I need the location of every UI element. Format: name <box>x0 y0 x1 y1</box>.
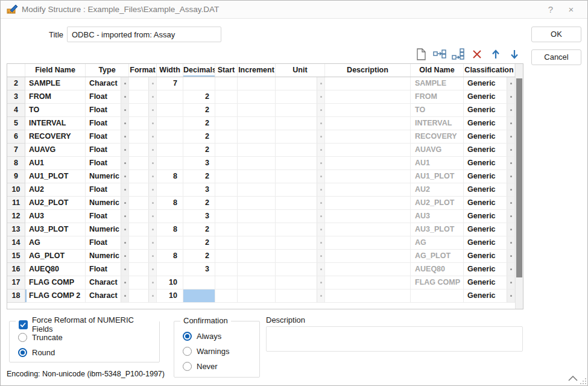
row-number[interactable]: 15 <box>7 250 25 263</box>
header-width[interactable]: Width <box>157 64 183 77</box>
cell-description[interactable] <box>325 157 411 170</box>
header-field-name[interactable]: Field Name <box>25 64 86 77</box>
header-description[interactable]: Description <box>325 64 411 77</box>
row-number[interactable]: 5 <box>7 117 25 130</box>
cell-width[interactable] <box>157 263 183 276</box>
cell-decimals[interactable]: 2 <box>183 250 215 263</box>
classification-dropdown-icon[interactable] <box>507 90 514 103</box>
cell-start[interactable] <box>215 263 238 276</box>
type-dropdown-icon[interactable] <box>121 263 128 276</box>
row-number[interactable]: 10 <box>7 183 25 197</box>
cell-format[interactable] <box>129 210 157 223</box>
vertical-scrollbar[interactable] <box>515 64 523 309</box>
cell-decimals[interactable]: 2 <box>183 90 215 104</box>
cell-type[interactable]: Float <box>86 144 129 157</box>
cell-unit[interactable] <box>276 157 325 170</box>
cell-description[interactable] <box>325 290 411 303</box>
type-dropdown-icon[interactable] <box>121 210 128 223</box>
cell-classification[interactable]: Generic <box>464 210 515 223</box>
cell-description[interactable] <box>325 276 411 290</box>
cell-increment[interactable] <box>238 210 276 223</box>
row-number[interactable]: 17 <box>7 276 25 290</box>
cell-field-name[interactable]: AG_PLOT <box>25 250 86 263</box>
cell-format[interactable] <box>129 183 157 197</box>
format-dropdown-icon[interactable] <box>148 263 156 276</box>
cell-classification[interactable]: Generic <box>464 144 515 157</box>
cell-decimals[interactable]: 3 <box>183 263 215 276</box>
cell-classification[interactable]: Generic <box>464 117 515 130</box>
header-increment[interactable]: Increment <box>238 64 276 77</box>
cell-type[interactable]: Float <box>86 90 129 104</box>
cell-start[interactable] <box>215 236 238 250</box>
cell-field-name[interactable]: AUEQ80 <box>25 263 86 276</box>
classification-dropdown-icon[interactable] <box>507 183 514 196</box>
cell-description[interactable] <box>325 250 411 263</box>
cell-increment[interactable] <box>238 77 276 90</box>
cell-increment[interactable] <box>238 90 276 104</box>
cell-unit[interactable] <box>276 250 325 263</box>
cell-type[interactable]: Charact <box>86 276 129 290</box>
format-dropdown-icon[interactable] <box>148 197 156 209</box>
format-dropdown-icon[interactable] <box>148 236 156 249</box>
cell-decimals[interactable] <box>183 290 215 303</box>
classification-dropdown-icon[interactable] <box>507 236 514 249</box>
classification-dropdown-icon[interactable] <box>507 157 514 169</box>
cell-description[interactable] <box>325 77 411 90</box>
cell-description[interactable] <box>325 210 411 223</box>
type-dropdown-icon[interactable] <box>121 290 128 302</box>
row-number[interactable]: 8 <box>7 157 25 170</box>
cell-width[interactable]: 8 <box>157 223 183 236</box>
classification-dropdown-icon[interactable] <box>507 210 514 223</box>
format-dropdown-icon[interactable] <box>148 223 156 236</box>
cell-description[interactable] <box>325 236 411 250</box>
cell-width[interactable] <box>157 157 183 170</box>
classification-dropdown-icon[interactable] <box>507 250 514 262</box>
cell-classification[interactable]: Generic <box>464 263 515 276</box>
cell-unit[interactable] <box>276 210 325 223</box>
cell-start[interactable] <box>215 104 238 117</box>
format-dropdown-icon[interactable] <box>148 77 156 90</box>
unit-dropdown-icon[interactable] <box>317 90 324 103</box>
cell-decimals[interactable]: 3 <box>183 157 215 170</box>
cell-format[interactable] <box>129 170 157 183</box>
cell-decimals[interactable]: 2 <box>183 144 215 157</box>
cell-start[interactable] <box>215 250 238 263</box>
cell-classification[interactable]: Generic <box>464 183 515 197</box>
cell-increment[interactable] <box>238 157 276 170</box>
cell-description[interactable] <box>325 197 411 210</box>
cell-field-name[interactable]: FROM <box>25 90 86 104</box>
cell-width[interactable]: 10 <box>157 290 183 303</box>
cell-decimals[interactable] <box>183 77 215 90</box>
unit-dropdown-icon[interactable] <box>317 250 324 262</box>
cell-classification[interactable]: Generic <box>464 197 515 210</box>
cell-width[interactable] <box>157 236 183 250</box>
row-number[interactable]: 4 <box>7 104 25 117</box>
cell-decimals[interactable]: 3 <box>183 210 215 223</box>
cell-decimals[interactable]: 3 <box>183 183 215 197</box>
cell-description[interactable] <box>325 170 411 183</box>
cell-format[interactable] <box>129 236 157 250</box>
cell-classification[interactable]: Generic <box>464 104 515 117</box>
cell-field-name[interactable]: AU1_PLOT <box>25 170 86 183</box>
help-button[interactable]: ? <box>540 4 561 14</box>
cell-field-name[interactable]: SAMPLE <box>25 77 86 90</box>
header-format[interactable]: Format <box>129 64 157 77</box>
cell-unit[interactable] <box>276 170 325 183</box>
classification-dropdown-icon[interactable] <box>507 197 514 209</box>
cell-classification[interactable]: Generic <box>464 170 515 183</box>
unit-dropdown-icon[interactable] <box>317 77 324 90</box>
cell-type[interactable]: Float <box>86 236 129 250</box>
close-button[interactable]: × <box>561 4 581 14</box>
radio-icon[interactable] <box>18 348 27 357</box>
cell-format[interactable] <box>129 223 157 236</box>
cell-classification[interactable]: Generic <box>464 157 515 170</box>
cell-decimals[interactable]: 2 <box>183 197 215 210</box>
cell-width[interactable] <box>157 183 183 197</box>
format-dropdown-icon[interactable] <box>148 276 156 289</box>
radio-option[interactable]: Warnings <box>177 344 229 359</box>
format-dropdown-icon[interactable] <box>148 183 156 196</box>
delete-field-icon[interactable] <box>470 48 484 61</box>
cell-width[interactable]: 7 <box>157 77 183 90</box>
cell-format[interactable] <box>129 104 157 117</box>
cell-width[interactable] <box>157 144 183 157</box>
